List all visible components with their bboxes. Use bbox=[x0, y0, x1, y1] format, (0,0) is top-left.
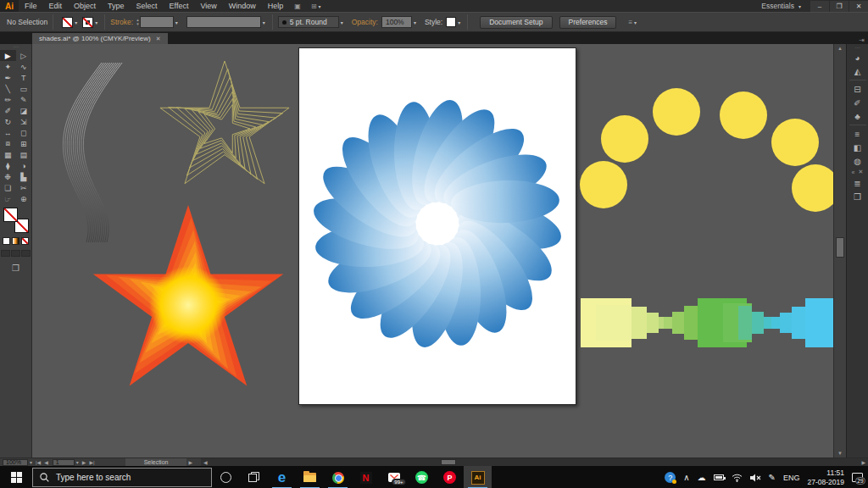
arrange-documents-icon[interactable]: ⊞▾ bbox=[306, 3, 328, 10]
tab-overflow-icon[interactable]: ⇥ bbox=[859, 36, 868, 44]
last-artboard-icon[interactable]: ▶| bbox=[89, 459, 94, 465]
next-artboard-icon[interactable]: ▶ bbox=[82, 459, 86, 465]
menu-effect[interactable]: Effect bbox=[164, 0, 195, 12]
stroke-panel-icon[interactable]: ≡ bbox=[849, 127, 867, 141]
menu-help[interactable]: Help bbox=[262, 0, 290, 12]
illustrator-taskbar-button[interactable]: Ai bbox=[464, 466, 492, 488]
layers-panel-icon[interactable]: ≣ bbox=[849, 176, 867, 190]
action-center-icon[interactable]: 29 bbox=[852, 473, 863, 482]
gradient-panel-icon[interactable]: ◧ bbox=[849, 141, 867, 154]
opacity-field[interactable]: 100% bbox=[381, 16, 412, 28]
preferences-button[interactable]: Preferences bbox=[559, 16, 617, 29]
workspace-switcher[interactable]: Essentials▾ bbox=[761, 2, 810, 10]
lasso-tool[interactable]: ∿ bbox=[16, 61, 32, 72]
status-mode-label[interactable]: Selection bbox=[125, 458, 187, 466]
artboard[interactable] bbox=[298, 47, 576, 405]
stroke-weight-label[interactable]: Stroke: bbox=[110, 18, 133, 26]
eraser-tool[interactable]: ◪ bbox=[16, 105, 32, 116]
artwork-outline-star[interactable] bbox=[152, 56, 298, 202]
artwork-pixel-blend-blue[interactable] bbox=[771, 298, 833, 347]
stroke-weight-stepper[interactable]: ▴▾ bbox=[136, 18, 139, 26]
fill-color-well[interactable] bbox=[3, 208, 18, 222]
pen-tool[interactable]: ✒ bbox=[0, 72, 16, 83]
windows-ink-icon[interactable]: ✎ bbox=[769, 473, 776, 482]
scale-tool[interactable]: ⇲ bbox=[16, 116, 32, 127]
start-button[interactable] bbox=[0, 466, 32, 488]
color-mode-button[interactable] bbox=[3, 237, 10, 245]
line-segment-tool[interactable]: ╲ bbox=[0, 83, 16, 94]
color-guide-panel-icon[interactable]: ◭ bbox=[849, 64, 867, 78]
brushes-panel-icon[interactable]: ✐ bbox=[849, 96, 867, 109]
transparency-panel-icon[interactable]: ◍ bbox=[849, 154, 867, 168]
taskbar-search-input[interactable]: Type here to search bbox=[32, 468, 212, 487]
shaper-tool[interactable]: ✐ bbox=[0, 105, 16, 116]
mesh-tool[interactable]: ▦ bbox=[0, 149, 16, 160]
caret-icon[interactable]: ▾ bbox=[458, 19, 460, 25]
first-artboard-icon[interactable]: |◀ bbox=[36, 459, 41, 465]
gradient-mode-button[interactable] bbox=[12, 237, 19, 245]
caret-icon[interactable]: ▾ bbox=[414, 19, 416, 25]
status-expand-icon[interactable]: ▶ bbox=[188, 459, 192, 465]
wifi-icon[interactable] bbox=[732, 474, 743, 482]
chrome-taskbar-button[interactable] bbox=[324, 466, 352, 488]
minimize-button[interactable]: – bbox=[810, 1, 829, 12]
language-indicator[interactable]: ENG bbox=[783, 474, 800, 482]
perspective-grid-tool[interactable]: ⊞ bbox=[16, 138, 32, 149]
clock[interactable]: 11:51 27-08-2019 bbox=[808, 469, 844, 486]
fill-swatch[interactable] bbox=[62, 17, 73, 28]
task-view-button[interactable] bbox=[240, 466, 268, 488]
show-hidden-icons-chevron[interactable]: ∧ bbox=[683, 473, 689, 482]
horizontal-scroll-thumb[interactable] bbox=[441, 459, 456, 465]
draw-normal-button[interactable] bbox=[1, 250, 10, 257]
rotate-tool[interactable]: ↻ bbox=[0, 116, 16, 127]
menu-select[interactable]: Select bbox=[131, 0, 164, 12]
artwork-orange-star[interactable] bbox=[85, 202, 292, 408]
brush-definition-select[interactable]: 5 pt. Round bbox=[278, 16, 339, 28]
scroll-down-icon[interactable]: ▼ bbox=[834, 449, 846, 458]
hand-tool[interactable]: ☞ bbox=[0, 193, 16, 204]
caret-icon[interactable]: ▾ bbox=[263, 19, 265, 25]
dock-close-icon[interactable]: ✕ bbox=[859, 169, 864, 175]
type-tool[interactable]: T bbox=[16, 72, 32, 83]
screen-mode-button[interactable]: ❐ bbox=[0, 263, 31, 273]
direct-selection-tool[interactable]: ▷ bbox=[16, 50, 32, 61]
color-panel-icon[interactable]: ◕ bbox=[849, 51, 867, 64]
caret-icon[interactable]: ▾ bbox=[95, 19, 97, 25]
menu-view[interactable]: View bbox=[194, 0, 222, 12]
document-tab[interactable]: shades.ai* @ 100% (CMYK/Preview) ✕ bbox=[32, 33, 168, 44]
column-graph-tool[interactable]: ▙ bbox=[16, 171, 32, 182]
artboard-caret-icon[interactable]: ▾ bbox=[76, 459, 79, 465]
menu-edit[interactable]: Edit bbox=[43, 0, 69, 12]
align-options-icon[interactable]: ≡▾ bbox=[623, 19, 643, 26]
cortana-button[interactable] bbox=[212, 466, 240, 488]
whatsapp-taskbar-button[interactable]: ☎ bbox=[408, 466, 436, 488]
symbol-sprayer-tool[interactable]: ❉ bbox=[0, 171, 16, 182]
gmail-taskbar-button[interactable]: 99+ bbox=[380, 466, 408, 488]
volume-muted-icon[interactable] bbox=[750, 474, 761, 482]
style-swatch[interactable] bbox=[446, 17, 456, 27]
artboards-panel-icon[interactable]: ❐ bbox=[849, 190, 867, 203]
battery-icon[interactable] bbox=[714, 474, 724, 480]
eyedropper-tool[interactable]: ⧫ bbox=[0, 160, 16, 171]
menu-file[interactable]: File bbox=[19, 0, 43, 12]
menu-window[interactable]: Window bbox=[223, 0, 262, 12]
artwork-pixel-blend-yellow[interactable] bbox=[581, 298, 669, 347]
canvas-pasteboard[interactable] bbox=[32, 44, 833, 458]
dock-collapse-icon[interactable]: « bbox=[852, 169, 855, 175]
pencil-tool[interactable]: ✎ bbox=[16, 94, 32, 105]
artwork-blue-flower[interactable] bbox=[310, 97, 565, 351]
scroll-up-icon[interactable]: ▲ bbox=[834, 44, 846, 53]
none-mode-button[interactable] bbox=[21, 237, 29, 245]
onedrive-cloud-icon[interactable]: ☁ bbox=[698, 473, 706, 482]
zoom-level-field[interactable]: 100% bbox=[3, 459, 28, 466]
stroke-swatch[interactable] bbox=[82, 17, 93, 28]
variable-width-profile-select[interactable] bbox=[186, 16, 261, 28]
draw-inside-button[interactable] bbox=[21, 250, 31, 257]
caret-icon[interactable]: ▾ bbox=[341, 19, 343, 25]
menu-type[interactable]: Type bbox=[102, 0, 131, 12]
blend-tool[interactable]: ◑ bbox=[16, 160, 32, 171]
help-tray-icon[interactable]: ? bbox=[665, 472, 676, 483]
artboard-tool[interactable]: ❏ bbox=[0, 182, 16, 193]
caret-icon[interactable]: ▾ bbox=[75, 19, 77, 25]
vertical-scrollbar[interactable]: ▲ ▼ bbox=[833, 44, 846, 458]
